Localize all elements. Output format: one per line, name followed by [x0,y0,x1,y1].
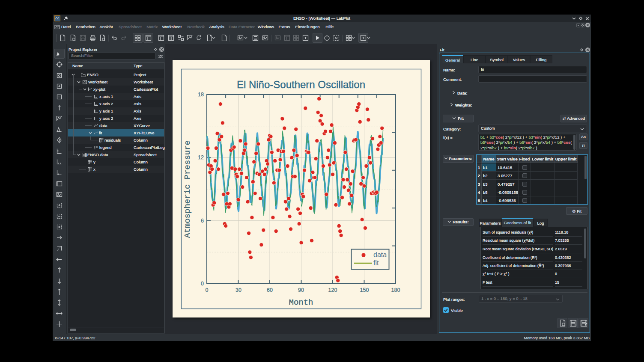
svg-text:Atmospheric Pressure: Atmospheric Pressure [183,140,192,238]
svg-text:90: 90 [298,287,304,293]
svg-text:6: 6 [201,218,204,224]
svg-text:60: 60 [267,287,273,293]
svg-text:0: 0 [206,287,209,293]
svg-text:18: 18 [198,92,204,98]
svg-text:12: 12 [198,154,204,160]
svg-text:Month: Month [289,298,313,307]
svg-text:180: 180 [391,287,400,293]
svg-text:150: 150 [360,287,369,293]
svg-text:120: 120 [328,287,337,293]
svg-text:0: 0 [201,281,204,287]
svg-text:fit: fit [373,259,379,267]
svg-text:30: 30 [236,287,242,293]
svg-text:data: data [373,251,387,258]
svg-text:El Niño-Southern Oscillation: El Niño-Southern Oscillation [237,79,365,90]
